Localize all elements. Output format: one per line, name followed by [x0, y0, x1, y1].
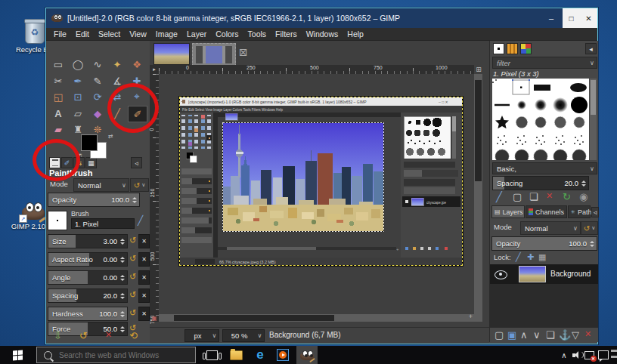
dock-back-button[interactable]: ◂: [585, 43, 597, 54]
menu-help[interactable]: Help: [343, 29, 368, 39]
duplicate-brush-button[interactable]: ❏: [529, 191, 538, 202]
horizontal-scrollbar-thumb[interactable]: [174, 315, 334, 321]
aspect-reset-icon[interactable]: ↺: [128, 252, 138, 265]
brush-menu-button[interactable]: ◉: [579, 191, 588, 202]
tool-unified-transform[interactable]: ⊡: [69, 89, 87, 104]
hardness-unlink-button[interactable]: ✕: [138, 307, 150, 321]
start-button[interactable]: [0, 346, 35, 364]
brush-filter-field[interactable]: filter ∨: [492, 57, 597, 69]
layer-row-background[interactable]: Background: [490, 264, 598, 284]
duplicate-layer-button[interactable]: ❏: [546, 329, 555, 341]
image-tab-untitled-active[interactable]: [192, 43, 236, 66]
horizontal-scrollbar[interactable]: +: [159, 314, 474, 322]
vertical-scrollbar[interactable]: [474, 74, 482, 322]
hardness-slider[interactable]: Hardness100.0: [48, 307, 128, 321]
menu-edit[interactable]: Edit: [71, 29, 94, 39]
vertical-scrollbar-thumb[interactable]: [475, 80, 482, 181]
dock-tab-images[interactable]: ▦: [85, 157, 97, 168]
opacity-slider[interactable]: Opacity 100.0: [48, 193, 140, 207]
menu-filters[interactable]: Filters: [271, 29, 302, 39]
lock-pixels-icon[interactable]: ╱: [516, 252, 521, 262]
canvas-image-layer[interactable]: [cityscape] (imported)-1.0 (RGB color 8-…: [179, 97, 463, 266]
dock-tab-gradients[interactable]: [520, 43, 532, 54]
layer-opacity-slider[interactable]: Opacity 100.0: [491, 236, 597, 251]
search-input[interactable]: [57, 350, 189, 360]
restore-tool-preset-button[interactable]: ↺: [79, 330, 88, 341]
close-tab-icon[interactable]: ⊠: [239, 46, 248, 58]
brush-thumbnail[interactable]: [48, 211, 67, 230]
tab-paths[interactable]: ✳ Paths: [568, 205, 591, 218]
delete-brush-button[interactable]: ✕: [546, 191, 553, 201]
tab-channels[interactable]: Channels: [526, 205, 567, 218]
layer-mode-reset-button[interactable]: ↺∨: [581, 221, 598, 235]
toolbox-menu-button[interactable]: ◃: [131, 157, 142, 168]
ruler-corner-button[interactable]: ▸: [150, 65, 159, 74]
lower-layer-button[interactable]: ∨: [533, 329, 541, 341]
tool-eraser[interactable]: ▰: [49, 122, 67, 137]
layer-visibility-eye-icon[interactable]: [495, 270, 507, 279]
navigation-button[interactable]: ⊞: [474, 65, 483, 74]
menu-colors[interactable]: Colors: [211, 29, 243, 39]
brush-category-dropdown[interactable]: Basic, ∨: [492, 162, 597, 174]
volume-icon[interactable]: [569, 346, 584, 364]
movies-tv-button[interactable]: [272, 346, 293, 364]
delete-layer-button[interactable]: ✕: [584, 329, 591, 339]
tab-layers[interactable]: ▤ Layers: [491, 205, 525, 218]
spacing-unlink-button[interactable]: ✕: [138, 288, 150, 303]
horizontal-ruler[interactable]: 0 250 500 750 1000: [159, 65, 474, 74]
mode-reset-button[interactable]: ↺∨: [130, 178, 149, 192]
edit-brush-icon[interactable]: ╱: [138, 215, 143, 226]
spacing-slider[interactable]: Spacing20.0: [48, 288, 128, 303]
menu-file[interactable]: File: [49, 29, 71, 39]
edge-button[interactable]: e: [250, 346, 271, 364]
zoom-dropdown[interactable]: 50 %∨: [222, 329, 265, 342]
dock-tab-brushes[interactable]: [493, 43, 504, 54]
tool-scissors-select[interactable]: ✂: [49, 73, 67, 88]
swap-colors-icon[interactable]: ⇄: [108, 133, 113, 140]
tool-crop[interactable]: ◱: [49, 89, 67, 104]
lock-position-icon[interactable]: ✚: [527, 252, 534, 262]
gimp-taskbar-button[interactable]: [296, 346, 318, 364]
reset-tool-options-button[interactable]: ⟲: [129, 330, 138, 341]
delete-tool-preset-button[interactable]: ✕: [105, 330, 112, 340]
opacity-spinner[interactable]: [131, 193, 138, 206]
file-explorer-button[interactable]: [225, 346, 246, 364]
task-view-button[interactable]: [201, 346, 222, 364]
new-brush-button[interactable]: ▢: [513, 191, 522, 202]
quick-mask-toggle[interactable]: ▣: [150, 314, 159, 322]
merge-down-button[interactable]: ▽: [572, 329, 579, 341]
tool-rectangle-select[interactable]: ▭: [49, 57, 67, 72]
tool-fuzzy-select[interactable]: ✦: [108, 57, 126, 72]
aspect-ratio-slider[interactable]: Aspect Ratio0.00: [48, 252, 128, 267]
menu-select[interactable]: Select: [94, 29, 125, 39]
layer-thumbnail[interactable]: [519, 266, 546, 282]
image-tab-cityscape[interactable]: [153, 43, 190, 65]
lock-alpha-icon[interactable]: ▦: [538, 252, 546, 262]
tool-color-picker[interactable]: ✎: [88, 73, 107, 88]
tool-free-select[interactable]: ∿: [88, 57, 107, 72]
angle-unlink-button[interactable]: ✕: [138, 270, 150, 285]
save-tool-preset-button[interactable]: ⇩: [54, 330, 62, 341]
layer-mode-dropdown[interactable]: Normal∨: [520, 221, 581, 235]
close-button[interactable]: ✕: [580, 14, 597, 23]
maximize-button[interactable]: □: [563, 14, 580, 23]
title-bar[interactable]: [Untitled]-2.0 (RGB color 8-bit gamma in…: [46, 8, 597, 28]
clock-fragment[interactable]: [611, 356, 617, 358]
mode-dropdown[interactable]: Normal∨: [73, 178, 129, 192]
tool-warp-transform[interactable]: ◆: [88, 106, 107, 121]
unit-dropdown[interactable]: px∨: [184, 329, 219, 342]
layers-dock-menu-button[interactable]: ◃: [591, 207, 599, 217]
angle-reset-icon[interactable]: ↺: [128, 270, 138, 283]
size-reset-icon[interactable]: ↺: [128, 234, 138, 247]
new-layer-group-button[interactable]: ▣: [507, 329, 516, 341]
menu-view[interactable]: View: [125, 29, 151, 39]
tool-select-by-color[interactable]: ❖: [128, 57, 146, 72]
size-unlink-button[interactable]: ✕: [138, 234, 150, 248]
anchor-layer-button[interactable]: ⚓: [559, 329, 571, 341]
action-center-icon[interactable]: [597, 346, 609, 364]
tool-cage-transform[interactable]: ▱: [69, 106, 87, 121]
brush-spacing-slider[interactable]: Spacing 20.0: [492, 176, 589, 190]
brush-grid-scrollbar[interactable]: [590, 79, 597, 160]
clock-fragment[interactable]: [611, 350, 617, 352]
foreground-color-swatch[interactable]: [81, 134, 98, 151]
